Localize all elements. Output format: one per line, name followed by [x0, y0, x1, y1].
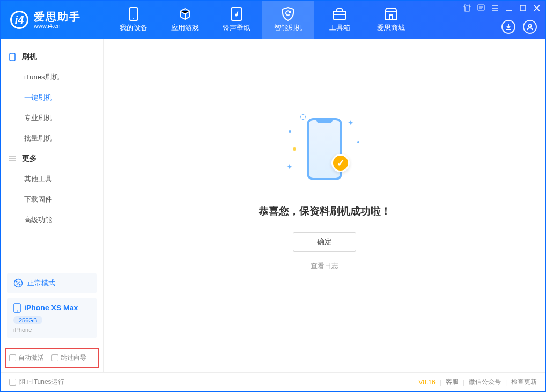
footer: 阻止iTunes运行 V8.16 | 客服 | 微信公众号 | 检查更新 — [1, 372, 545, 391]
svg-point-13 — [17, 310, 18, 312]
nav-tab-label: 铃声壁纸 — [223, 23, 250, 33]
svg-point-10 — [16, 281, 18, 283]
header: i4 爱思助手 www.i4.cn 我的设备 应用游戏 铃声壁纸 智能刷机 — [1, 1, 545, 39]
device-card[interactable]: iPhone XS Max 256GB iPhone — [7, 298, 97, 338]
mode-icon — [13, 278, 23, 288]
svg-rect-5 — [478, 5, 484, 10]
main-nav: 我的设备 应用游戏 铃声壁纸 智能刷机 工具箱 爱思商城 — [108, 1, 417, 39]
device-type: iPhone — [13, 327, 90, 333]
separator: | — [440, 379, 441, 386]
sidebar-item-itunes-flash[interactable]: iTunes刷机 — [1, 67, 103, 87]
nav-tab-flash[interactable]: 智能刷机 — [262, 1, 314, 39]
nav-tab-label: 工具箱 — [329, 23, 350, 33]
device-name-row: iPhone XS Max — [13, 303, 90, 313]
sidebar-group-more[interactable]: 更多 — [1, 149, 103, 169]
checkbox-icon — [9, 379, 16, 386]
nav-tab-label: 我的设备 — [120, 23, 147, 33]
maximize-icon[interactable] — [519, 4, 527, 12]
confirm-button[interactable]: 确定 — [293, 232, 356, 252]
list-icon — [8, 154, 17, 163]
sidebar-group-flash[interactable]: 刷机 — [1, 47, 103, 67]
sidebar-item-other-tools[interactable]: 其他工具 — [1, 169, 103, 189]
success-illustration: ✦ ✦ ✓ — [284, 109, 365, 189]
dot-icon — [293, 147, 296, 151]
sidebar-group-title: 更多 — [22, 154, 37, 164]
svg-rect-4 — [389, 15, 393, 19]
separator: | — [505, 379, 507, 386]
footer-right: V8.16 | 客服 | 微信公众号 | 检查更新 — [418, 378, 537, 387]
sidebar-item-batch-flash[interactable]: 批量刷机 — [1, 128, 103, 149]
sidebar-checks-highlight: 自动激活 跳过向导 — [5, 348, 99, 368]
device-capacity: 256GB — [13, 316, 42, 324]
sidebar-item-advanced[interactable]: 高级功能 — [1, 210, 103, 230]
header-right-buttons — [501, 20, 537, 34]
minimize-icon[interactable] — [505, 4, 513, 12]
mode-label: 正常模式 — [27, 278, 55, 288]
device-name: iPhone XS Max — [24, 304, 78, 312]
menu-icon[interactable] — [491, 4, 499, 12]
success-check-icon: ✓ — [331, 154, 350, 172]
nav-tab-label: 应用游戏 — [171, 23, 199, 33]
nav-tab-toolbox[interactable]: 工具箱 — [314, 1, 365, 39]
view-log-link[interactable]: 查看日志 — [311, 261, 338, 271]
nav-tab-device[interactable]: 我的设备 — [108, 1, 159, 39]
svg-rect-8 — [10, 53, 15, 61]
shield-refresh-icon — [281, 7, 295, 21]
nav-tab-store[interactable]: 爱思商城 — [365, 1, 417, 39]
shop-icon — [384, 7, 398, 21]
footer-link-support[interactable]: 客服 — [446, 378, 459, 387]
svg-rect-6 — [520, 5, 526, 11]
mode-card[interactable]: 正常模式 — [7, 273, 97, 293]
sidebar-item-download-firmware[interactable]: 下载固件 — [1, 189, 103, 210]
checkbox-label: 自动激活 — [18, 353, 44, 363]
phone-outline-icon — [8, 53, 17, 61]
checkbox-label: 跳过向导 — [61, 353, 86, 363]
toolbox-icon — [333, 7, 346, 21]
separator: | — [463, 379, 464, 386]
download-button[interactable] — [501, 20, 515, 34]
svg-point-1 — [133, 18, 134, 19]
dot-icon — [289, 130, 291, 133]
user-button[interactable] — [523, 20, 537, 34]
sidebar-bottom: 正常模式 iPhone XS Max 256GB iPhone — [1, 273, 103, 347]
version-label: V8.16 — [418, 379, 435, 386]
close-icon[interactable] — [533, 4, 541, 12]
svg-rect-3 — [333, 11, 346, 19]
dot-icon — [357, 141, 359, 143]
nav-tab-label: 爱思商城 — [377, 23, 405, 33]
body: 刷机 iTunes刷机 一键刷机 专业刷机 批量刷机 更多 其他工具 下载固件 … — [1, 39, 545, 372]
footer-link-wechat[interactable]: 微信公众号 — [469, 378, 501, 387]
sparkle-icon: ✦ — [348, 119, 354, 127]
sidebar-item-oneclick-flash[interactable]: 一键刷机 — [1, 87, 103, 108]
phone-notch — [316, 120, 333, 123]
footer-block-itunes-label: 阻止iTunes运行 — [19, 378, 64, 387]
logo-icon: i4 — [10, 11, 28, 29]
sidebar: 刷机 iTunes刷机 一键刷机 专业刷机 批量刷机 更多 其他工具 下载固件 … — [1, 39, 104, 372]
app-title: 爱思助手 — [34, 11, 81, 23]
app-subtitle: www.i4.cn — [34, 23, 81, 29]
shirt-icon[interactable] — [463, 4, 471, 12]
nav-tab-label: 智能刷机 — [274, 23, 302, 33]
checkbox-skip-guide[interactable]: 跳过向导 — [51, 353, 86, 363]
checkbox-icon — [9, 354, 16, 361]
logo-block: i4 爱思助手 www.i4.cn — [1, 11, 108, 29]
success-message: 恭喜您，保资料刷机成功啦！ — [259, 204, 391, 218]
cube-icon — [178, 7, 192, 21]
footer-link-update[interactable]: 检查更新 — [511, 378, 537, 387]
sparkle-icon: ✦ — [286, 162, 293, 171]
device-icon — [127, 7, 141, 21]
svg-point-7 — [528, 24, 531, 27]
nav-tab-apps[interactable]: 应用游戏 — [159, 1, 211, 39]
device-icon — [13, 303, 21, 313]
checkbox-auto-activate[interactable]: 自动激活 — [9, 353, 44, 363]
music-file-icon — [230, 7, 244, 21]
checkbox-icon — [51, 354, 58, 361]
svg-point-11 — [19, 284, 21, 286]
nav-tab-ringtones[interactable]: 铃声壁纸 — [211, 1, 262, 39]
sidebar-item-pro-flash[interactable]: 专业刷机 — [1, 108, 103, 128]
app-window: i4 爱思助手 www.i4.cn 我的设备 应用游戏 铃声壁纸 智能刷机 — [0, 0, 546, 392]
feedback-icon[interactable] — [477, 4, 485, 12]
main-content: ✦ ✦ ✓ 恭喜您，保资料刷机成功啦！ 确定 查看日志 — [104, 39, 545, 372]
window-controls — [463, 4, 541, 12]
footer-block-itunes[interactable]: 阻止iTunes运行 — [9, 378, 64, 387]
